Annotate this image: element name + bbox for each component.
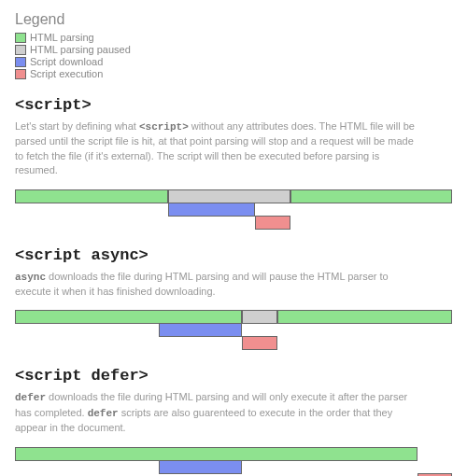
timeline-row-download [15, 323, 452, 337]
seg-html-parsing [290, 189, 452, 203]
seg-script-execution [242, 336, 276, 350]
heading: <script async> [15, 246, 452, 264]
legend-label: Script download [30, 56, 103, 67]
seg-script-download [159, 323, 242, 337]
seg-html-parsing [15, 189, 168, 203]
legend-item-html-parsing: HTML parsing [15, 32, 452, 43]
timeline-script-async [15, 310, 452, 350]
seg-html-paused [168, 189, 290, 203]
legend-label: HTML parsing paused [30, 44, 131, 55]
section-script-plain: <script> Let's start by defining what <s… [15, 96, 452, 230]
seg-script-download [159, 460, 242, 474]
legend-item-script-execution: Script execution [15, 68, 452, 79]
description: async downloads the file during HTML par… [15, 270, 417, 300]
timeline-script-defer [15, 447, 452, 476]
heading: <script> [15, 96, 452, 114]
legend-items: HTML parsing HTML parsing paused Script … [15, 32, 452, 79]
section-script-defer: <script defer> defer downloads the file … [15, 367, 452, 476]
description: Let's start by defining what <script> wi… [15, 119, 417, 178]
timeline-row-execute [15, 473, 452, 476]
heading: <script defer> [15, 367, 452, 385]
swatch-red-icon [15, 69, 26, 79]
legend-title: Legend [15, 11, 452, 28]
seg-script-execution [255, 216, 290, 230]
timeline-row-parsing [15, 189, 452, 203]
timeline-row-parsing [15, 447, 452, 461]
legend-item-script-download: Script download [15, 56, 452, 67]
timeline-row-parsing [15, 310, 452, 324]
timeline-row-download [15, 460, 452, 474]
swatch-blue-icon [15, 57, 26, 67]
timeline-row-execute [15, 336, 452, 350]
swatch-grey-icon [15, 45, 26, 55]
seg-script-download [168, 203, 256, 217]
legend-label: HTML parsing [30, 32, 94, 43]
legend: Legend HTML parsing HTML parsing paused … [15, 11, 452, 79]
description: defer downloads the file during HTML par… [15, 390, 417, 435]
seg-html-parsing [15, 447, 417, 461]
legend-label: Script execution [30, 68, 103, 79]
legend-item-html-paused: HTML parsing paused [15, 44, 452, 55]
seg-html-parsing [15, 310, 242, 324]
timeline-script-plain [15, 189, 452, 230]
timeline-row-download [15, 203, 452, 217]
swatch-green-icon [15, 33, 26, 43]
section-script-async: <script async> async downloads the file … [15, 246, 452, 351]
seg-script-execution [417, 473, 452, 476]
seg-html-parsing [277, 310, 452, 324]
seg-html-paused [242, 310, 276, 324]
timeline-row-execute [15, 216, 452, 230]
